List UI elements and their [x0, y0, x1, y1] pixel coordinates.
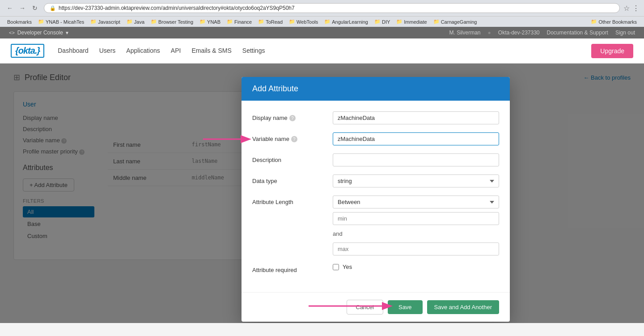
display-name-row: Display name ? — [252, 111, 499, 124]
bookmark-toread[interactable]: 📁 ToRead — [255, 18, 285, 26]
bookmark-ynab-micah[interactable]: 📁 YNAB - MicahTes — [35, 18, 87, 26]
menu-icon[interactable]: ⋮ — [632, 4, 640, 13]
bookmark-webtools[interactable]: 📁 WebTools — [286, 18, 321, 26]
max-input[interactable] — [333, 242, 499, 255]
modal-body: Display name ? Variable name ? — [242, 101, 510, 292]
nav-buttons: ← → ↻ — [4, 3, 40, 13]
refresh-button[interactable]: ↻ — [30, 3, 40, 13]
min-input[interactable] — [333, 212, 499, 225]
variable-name-label: Variable name ? — [252, 132, 324, 142]
modal-footer: Cancel Save Save and Add Another — [242, 292, 510, 322]
back-button[interactable]: ← — [4, 3, 15, 13]
description-row: Description — [252, 153, 499, 166]
pink-arrow-1 — [199, 130, 252, 148]
dropdown-icon: ▼ — [65, 30, 69, 35]
save-and-add-another-button[interactable]: Save and Add Another — [427, 300, 499, 314]
sign-out-link[interactable]: Sign out — [615, 30, 635, 36]
display-name-help-icon[interactable]: ? — [289, 115, 296, 121]
nav-api[interactable]: API — [171, 39, 181, 63]
data-type-select[interactable]: string boolean integer number — [333, 174, 499, 187]
bookmark-ynab[interactable]: 📁 YNAB — [197, 18, 223, 26]
bookmark-diy[interactable]: 📁 DIY — [372, 18, 393, 26]
description-label: Description — [252, 153, 324, 163]
data-type-label: Data type — [252, 174, 324, 184]
add-attribute-modal: Add Attribute Display name ? Variable na… — [242, 77, 510, 322]
nav-items: Dashboard Users Applications API Emails … — [58, 39, 591, 63]
user-name[interactable]: M. Silverman — [449, 30, 481, 36]
and-label: and — [333, 229, 499, 239]
data-type-row: Data type string boolean integer number — [252, 174, 499, 187]
attribute-length-label: Attribute Length — [252, 196, 324, 205]
between-fields: Between At least Up to Any and — [333, 196, 499, 255]
attribute-required-checkbox-row: Yes — [333, 264, 352, 270]
bookmark-java[interactable]: 📁 Java — [124, 18, 147, 26]
attribute-length-row: Attribute Length Between At least Up to … — [252, 196, 499, 255]
bookmark-angularlearning[interactable]: 📁 AngularLearning — [322, 18, 371, 26]
star-icon[interactable]: ☆ — [623, 4, 630, 13]
org-name[interactable]: Okta-dev-237330 — [498, 30, 540, 36]
bookmark-javascript[interactable]: 📁 Javascript — [88, 18, 123, 26]
display-name-label: Display name ? — [252, 111, 324, 121]
variable-name-row: Variable name ? — [252, 132, 499, 145]
okta-top-bar: <> Developer Console ▼ M. Silverman ● Ok… — [0, 27, 644, 38]
top-bar-right: M. Silverman ● Okta-dev-237330 Documenta… — [449, 30, 635, 36]
yes-label: Yes — [343, 264, 352, 270]
variable-name-help-icon[interactable]: ? — [291, 136, 297, 142]
attribute-required-checkbox[interactable] — [333, 264, 339, 270]
bookmark-browser-testing[interactable]: 📁 Browser Testing — [148, 18, 196, 26]
attribute-length-select[interactable]: Between At least Up to Any — [333, 196, 499, 208]
browser-chrome: ← → ↻ 🔒 https://dev-237330-admin.oktapre… — [0, 0, 644, 27]
bookmark-other[interactable]: 📁 Other Bookmarks — [588, 18, 640, 26]
top-bar-left: <> Developer Console ▼ — [9, 30, 69, 36]
dev-console-button[interactable]: Developer Console ▼ — [17, 30, 69, 36]
bookmark-carnage[interactable]: 📁 CarnageGaming — [431, 18, 480, 26]
lock-icon: 🔒 — [50, 5, 56, 11]
nav-emails-sms[interactable]: Emails & SMS — [191, 39, 231, 63]
nav-applications[interactable]: Applications — [126, 39, 160, 63]
display-name-input[interactable] — [333, 111, 499, 124]
browser-toolbar: ← → ↻ 🔒 https://dev-237330-admin.oktapre… — [0, 0, 644, 16]
doc-support-link[interactable]: Documentation & Support — [547, 30, 608, 36]
bookmark-finance[interactable]: 📁 Finance — [224, 18, 254, 26]
okta-nav: {okta.} Dashboard Users Applications API… — [0, 38, 644, 64]
nav-settings[interactable]: Settings — [242, 39, 265, 63]
upgrade-button[interactable]: Upgrade — [591, 44, 633, 58]
nav-dashboard[interactable]: Dashboard — [58, 39, 89, 63]
address-bar[interactable]: 🔒 https://dev-237330-admin.oktapreview.c… — [44, 3, 620, 13]
url-text: https://dev-237330-admin.oktapreview.com… — [59, 5, 295, 11]
okta-logo: {okta.} — [11, 44, 44, 58]
browser-actions: ☆ ⋮ — [623, 4, 640, 13]
modal-header: Add Attribute — [242, 77, 510, 101]
attribute-required-row: Attribute required Yes — [252, 264, 499, 273]
pink-arrow-2 — [304, 297, 394, 315]
bookmark-immediate[interactable]: 📁 Immediate — [394, 18, 429, 26]
bookmarks-bar: Bookmarks 📁 YNAB - MicahTes 📁 Javascript… — [0, 16, 644, 27]
modal-title: Add Attribute — [252, 84, 298, 93]
dev-console-icon: <> — [9, 30, 15, 35]
forward-button[interactable]: → — [17, 3, 28, 13]
description-input[interactable] — [333, 153, 499, 166]
variable-name-input[interactable] — [333, 132, 499, 145]
main-content: ⊞ Profile Editor ← Back to profiles User… — [0, 64, 644, 323]
attribute-required-label: Attribute required — [252, 264, 324, 273]
nav-users[interactable]: Users — [99, 39, 116, 63]
bookmark-bookmarks[interactable]: Bookmarks — [4, 18, 34, 26]
